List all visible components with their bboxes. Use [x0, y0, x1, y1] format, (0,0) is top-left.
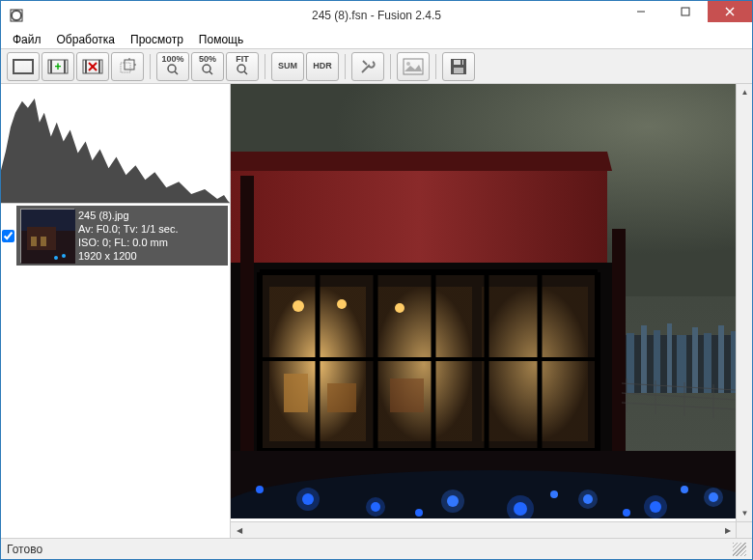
add-frame-button[interactable]: + [42, 52, 74, 81]
scroll-down-arrow[interactable]: ▼ [737, 505, 752, 521]
svg-rect-36 [31, 237, 37, 246]
svg-rect-8 [50, 60, 52, 73]
svg-point-75 [337, 299, 347, 309]
thumb-checkbox-cell [1, 206, 14, 266]
svg-rect-71 [284, 374, 308, 412]
magnifier-icon [237, 64, 248, 75]
svg-point-76 [395, 303, 404, 313]
zoom-50-button[interactable]: 50% [191, 52, 224, 81]
zoom-100-button[interactable]: 100% [156, 52, 189, 81]
main-image [231, 84, 752, 518]
align-button[interactable] [111, 52, 144, 81]
svg-rect-48 [667, 323, 672, 393]
svg-rect-47 [654, 330, 660, 393]
svg-point-100 [644, 495, 667, 518]
svg-point-74 [293, 300, 304, 312]
magnifier-icon [202, 64, 213, 75]
svg-rect-6 [14, 60, 33, 73]
toolbar: + 100% 50% FIT SUM HDR [1, 49, 752, 84]
svg-point-94 [441, 490, 464, 513]
sum-button[interactable]: SUM [271, 52, 304, 81]
thumb-dims: 1920 x 1200 [78, 249, 179, 263]
scroll-track[interactable] [247, 522, 719, 538]
svg-point-107 [681, 486, 688, 493]
svg-point-39 [54, 256, 58, 260]
svg-rect-13 [98, 60, 100, 73]
svg-rect-50 [692, 327, 698, 393]
resize-grip[interactable] [733, 543, 746, 556]
toolbar-separator [150, 54, 151, 79]
scroll-corner [736, 521, 752, 538]
svg-rect-3 [682, 8, 689, 15]
svg-point-90 [296, 488, 320, 511]
svg-rect-31 [454, 68, 463, 73]
picture-button[interactable] [397, 52, 430, 81]
sidebar: 245 (8).jpg Av: F0.0; Tv: 1/1 sec. ISO: … [1, 84, 231, 538]
svg-point-98 [578, 490, 598, 509]
close-button[interactable] [708, 1, 752, 22]
zoom-fit-label: FIT [236, 54, 249, 64]
save-button[interactable] [442, 52, 475, 81]
svg-rect-46 [641, 325, 647, 393]
thumbnail-list: 245 (8).jpg Av: F0.0; Tv: 1/1 sec. ISO: … [1, 204, 230, 538]
tools-button[interactable] [351, 52, 384, 81]
thumb-checkbox[interactable] [2, 230, 14, 242]
scroll-right-arrow[interactable]: ▶ [719, 522, 736, 538]
landscape-icon [403, 58, 424, 75]
thumbnail-image [20, 209, 74, 263]
svg-rect-16 [121, 63, 130, 72]
scroll-left-arrow[interactable]: ◀ [231, 522, 247, 538]
magnifier-icon [167, 64, 179, 75]
svg-rect-12 [85, 60, 87, 73]
svg-rect-9 [64, 60, 66, 73]
svg-point-24 [237, 65, 245, 72]
svg-point-38 [62, 254, 66, 258]
thumb-filename: 245 (8).jpg [78, 209, 179, 222]
vertical-scrollbar[interactable]: ▲ ▼ [736, 84, 752, 521]
zoom-fit-button[interactable]: FIT [226, 52, 259, 81]
scroll-track[interactable] [737, 100, 752, 505]
toolbar-separator [345, 54, 346, 79]
app-window: 245 (8).fsn - Fusion 2.4.5 Файл Обработк… [0, 0, 753, 560]
zoom-100-label: 100% [161, 54, 183, 64]
remove-frame-button[interactable] [76, 52, 109, 81]
svg-rect-59 [376, 287, 472, 441]
svg-line-25 [244, 71, 247, 74]
viewer-canvas[interactable]: ▲ ▼ ◀ ▶ [231, 84, 752, 538]
menu-file[interactable]: Файл [5, 31, 49, 48]
zoom-50-label: 50% [199, 54, 216, 64]
toolbar-separator [265, 54, 265, 79]
frame-button[interactable] [7, 52, 40, 81]
svg-rect-51 [704, 333, 711, 393]
status-text: Готово [7, 543, 42, 556]
thumbnail-meta: 245 (8).jpg Av: F0.0; Tv: 1/1 sec. ISO: … [78, 209, 179, 263]
svg-line-23 [209, 71, 212, 74]
horizontal-scrollbar[interactable]: ◀ ▶ [231, 521, 736, 538]
svg-rect-17 [125, 60, 134, 70]
menu-process[interactable]: Обработка [49, 31, 124, 48]
minimize-button[interactable] [619, 1, 663, 22]
svg-point-104 [415, 509, 423, 517]
menubar: Файл Обработка Просмотр Помощь [1, 30, 752, 49]
svg-point-105 [550, 490, 558, 498]
menu-view[interactable]: Просмотр [123, 31, 191, 48]
svg-point-106 [623, 509, 630, 517]
svg-rect-27 [404, 59, 423, 74]
menu-help[interactable]: Помощь [191, 31, 251, 48]
svg-rect-37 [41, 237, 46, 246]
svg-point-92 [366, 497, 385, 517]
hdr-button[interactable]: HDR [306, 52, 339, 81]
thumb-exposure: Av: F0.0; Tv: 1/1 sec. [78, 222, 179, 236]
image-viewer: ▲ ▼ ◀ ▶ [231, 84, 752, 538]
thumbnail-item[interactable]: 245 (8).jpg Av: F0.0; Tv: 1/1 sec. ISO: … [16, 206, 228, 266]
toolbar-separator [435, 54, 436, 79]
hdr-label: HDR [313, 62, 332, 70]
content-area: 245 (8).jpg Av: F0.0; Tv: 1/1 sec. ISO: … [1, 84, 752, 538]
maximize-button[interactable] [663, 1, 708, 22]
histogram-chart [1, 84, 230, 203]
app-icon [9, 8, 24, 23]
scroll-up-arrow[interactable]: ▲ [737, 84, 752, 100]
floppy-icon [450, 58, 467, 75]
titlebar[interactable]: 245 (8).fsn - Fusion 2.4.5 [1, 1, 752, 30]
svg-point-20 [168, 65, 176, 72]
